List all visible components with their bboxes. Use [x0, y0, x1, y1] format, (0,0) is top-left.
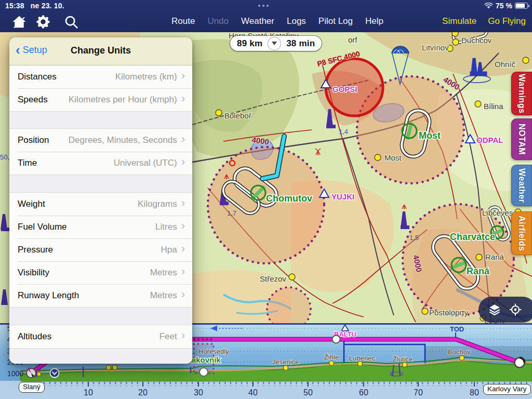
row-speeds[interactable]: Speeds Kilometres per Hour (kmph) › [9, 88, 192, 111]
axis-tick-60: 60 [359, 388, 368, 397]
group-separator [9, 307, 192, 325]
tab-warnings-label: Warnings [517, 74, 526, 113]
map-label-odpal: ODPAL [476, 136, 503, 144]
tab-airfields[interactable]: Airfields [511, 211, 532, 255]
settings-gear-button[interactable] [35, 14, 51, 30]
status-bar: 15:38ne 23. 10. 75 % [0, 0, 532, 11]
map-label-gopsi: GOPSI [332, 85, 357, 94]
change-units-panel: ‹ Setup Change Units Distances Kilometre… [9, 37, 192, 364]
map-label-litvinov: Litvínov [422, 43, 449, 52]
tab-notam[interactable]: NOTAM [511, 118, 532, 160]
layers-icon[interactable] [488, 303, 501, 316]
axis-tick-40: 40 [248, 388, 258, 397]
elev-label-3: 1,5 [409, 234, 419, 242]
alt-label-1000: 1000 [7, 369, 23, 378]
route-distance: 89 km [230, 38, 269, 49]
multitask-dots-icon [258, 5, 269, 7]
menu-logs[interactable]: Logs [287, 16, 306, 26]
tab-weather[interactable]: Weather [511, 165, 532, 206]
menu-pilot-log[interactable]: Pilot Log [318, 16, 353, 26]
map-label-most-airfield: Most [419, 130, 441, 141]
elev-label-1: 1,4 [339, 128, 348, 136]
axis-tick-50: 50 [303, 388, 313, 397]
menu-undo[interactable]: Undo [207, 16, 229, 26]
panel-bottom-spacer [9, 348, 192, 364]
row-altitudes[interactable]: Altitudes Feet › [9, 325, 192, 348]
simulate-button[interactable]: Simulate [442, 16, 476, 26]
status-time: 15:38 [5, 2, 24, 10]
axis-tick-20: 20 [138, 388, 148, 397]
map-label-fragment: orf [348, 35, 357, 44]
profile-place-horesedly: Hořesedly [198, 348, 229, 355]
profile-place-lubenec: Lubenec [349, 354, 375, 362]
map-label-bolebor: Boleboř [224, 111, 252, 120]
profile-axis: 10 20 30 40 50 60 70 80 [0, 380, 532, 399]
tab-airfields-label: Airfields [517, 216, 526, 251]
profile-place-zlutice: Žlutice [393, 355, 413, 363]
map-label-duchcov: Duchcov [461, 36, 492, 45]
menu-help[interactable]: Help [365, 16, 383, 26]
map-label-most-town: Most [384, 153, 402, 162]
search-button[interactable] [63, 14, 79, 30]
route-summary-pill[interactable]: 89 km 38 min [230, 36, 322, 51]
map-label-postoloprty: Postoloprty [429, 308, 469, 317]
panel-title: Change Units [9, 45, 192, 56]
home-button[interactable] [11, 14, 27, 30]
profile-end-label: Karlovy Vary [483, 384, 531, 395]
locate-icon[interactable] [509, 303, 522, 316]
row-weight[interactable]: Weight Kilograms › [9, 193, 192, 216]
map-label-chomutov: Chomutov [266, 193, 312, 204]
tab-notam-label: NOTAM [517, 124, 526, 155]
top-bar: 15:38ne 23. 10. 75 % [0, 0, 532, 32]
map-label-libceves: Libčeves [482, 208, 513, 217]
row-position[interactable]: Position Degrees, Minutes, Seconds › [9, 129, 192, 152]
menu-weather[interactable]: Weather [241, 16, 274, 26]
map-label-strezov: Střezov [260, 274, 286, 283]
profile-place-zihle: Žihle [324, 353, 339, 361]
tab-warnings[interactable]: Warnings [511, 72, 532, 115]
chevron-right-icon: › [181, 198, 185, 208]
menu-route[interactable]: Route [171, 16, 195, 26]
map-label-bilina: Bílina [484, 102, 503, 111]
profile-place-bochov: Bochov [448, 348, 471, 356]
group-separator [9, 111, 192, 129]
row-time[interactable]: Time Universal (UTC) › [9, 152, 192, 175]
chevron-right-icon: › [181, 94, 185, 104]
row-fuel-volume[interactable]: Fuel Volume Litres › [9, 216, 192, 238]
wifi-icon [484, 3, 493, 9]
route-dropdown-icon[interactable] [268, 37, 281, 50]
row-pressure[interactable]: Pressure Hpa › [9, 238, 192, 261]
profile-label-tod: TOD [450, 325, 464, 333]
axis-tick-80: 80 [470, 388, 479, 397]
status-date: ne 23. 10. [31, 2, 64, 10]
go-flying-button[interactable]: Go Flying [488, 16, 526, 26]
row-runway-length[interactable]: Runway Length Metres › [9, 284, 192, 307]
app-screen: GOPSI ODPAL YUJKI Most Chomutov Charvátc… [0, 0, 532, 399]
chevron-right-icon: › [181, 157, 185, 167]
axis-tick-30: 30 [194, 388, 203, 397]
chevron-right-icon: › [181, 221, 185, 231]
chevron-right-icon: › [181, 289, 185, 300]
panel-header: ‹ Setup Change Units [9, 37, 192, 65]
route-time: 38 min [280, 38, 322, 49]
chevron-right-icon: › [181, 71, 185, 81]
profile-place-jesenice: Jesenice [272, 358, 299, 366]
map-label-rana-airfield: Raná [467, 266, 490, 276]
row-distances[interactable]: Distances Kilometres (km) › [9, 65, 192, 88]
tab-weather-label: Weather [517, 168, 526, 203]
map-controls [478, 297, 532, 323]
elev-label-2: 1,7 [227, 209, 236, 217]
map-label-charvatce: Charvátce [450, 232, 495, 242]
row-visibility[interactable]: Visibility Metres › [9, 261, 192, 284]
map-label-yujki: YUJKI [331, 192, 354, 201]
profile-rakovnik-marker [200, 368, 208, 376]
map-label-ohnic: Ohníč [495, 60, 516, 69]
battery-percent: 75 % [496, 2, 512, 10]
axis-tick-70: 70 [414, 388, 423, 397]
main-menu: Route Undo Weather Logs Pilot Log Help [171, 16, 383, 26]
profile-start-label: Slaný [19, 382, 45, 393]
chevron-right-icon: › [181, 244, 185, 254]
nav-bar: Route Undo Weather Logs Pilot Log Help S… [0, 11, 532, 32]
axis-tick-10: 10 [84, 388, 93, 397]
chevron-right-icon: › [181, 267, 185, 277]
